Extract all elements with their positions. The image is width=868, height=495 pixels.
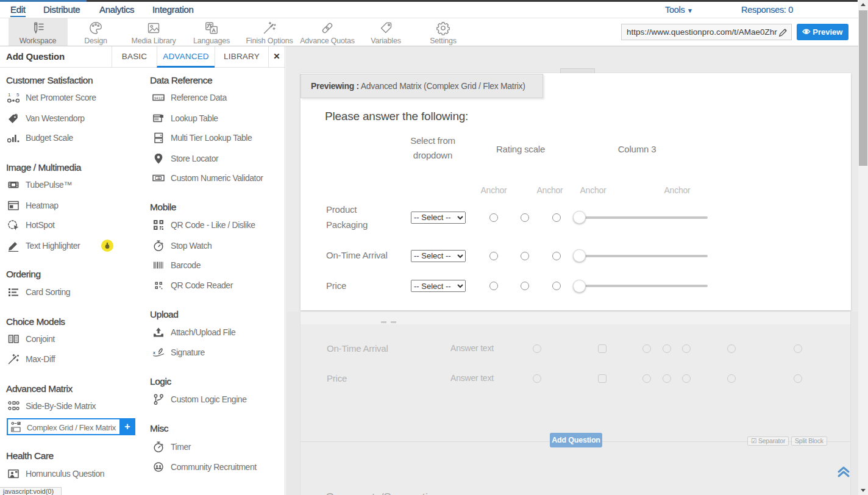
svg-text:5: 5 <box>16 92 20 98</box>
svg-text:1: 1 <box>8 92 11 98</box>
svg-text:※: ※ <box>157 176 161 181</box>
svg-text:x: x <box>153 351 155 355</box>
svg-text:94123: 94123 <box>154 96 165 100</box>
